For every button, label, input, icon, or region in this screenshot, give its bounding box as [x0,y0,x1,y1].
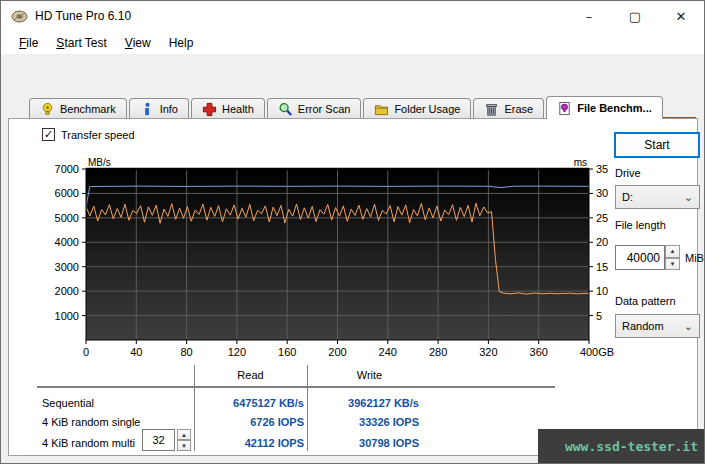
svg-text:5000: 5000 [55,212,79,224]
tab-benchmark[interactable]: Benchmark [29,98,127,119]
tab-label: Folder Usage [394,103,460,115]
random-multi-write-value: 30798 IOPS [309,437,419,449]
start-button[interactable]: Start [614,132,700,158]
checkbox-check-icon: ✓ [42,128,55,141]
tab-info[interactable]: Info [129,98,189,119]
tab-erase[interactable]: Erase [473,98,544,119]
svg-text:2000: 2000 [55,285,79,297]
maximize-button[interactable]: ▢ [612,1,658,31]
tab-label: Benchmark [60,103,116,115]
svg-text:5: 5 [596,310,602,322]
svg-text:0: 0 [83,346,89,358]
menu-bar: File Start Test View Help [1,31,704,55]
trash-icon [484,102,499,117]
tab-label: Erase [504,103,533,115]
file-benchmark-panel: ✓ Transfer speed 04080120160200240280320… [8,118,698,456]
write-column-header: Write [307,369,432,381]
drive-dropdown-value: D: [622,191,633,203]
file-length-input[interactable]: 40000 [615,245,665,270]
svg-text:80: 80 [180,346,192,358]
svg-text:6000: 6000 [55,187,79,199]
svg-text:20: 20 [596,236,608,248]
file-length-label: File length [615,219,666,231]
svg-text:160: 160 [278,346,296,358]
tab-error-scan[interactable]: Error Scan [267,98,362,119]
queue-depth-up-icon[interactable]: ▲ [177,429,191,440]
svg-text:10: 10 [596,285,608,297]
tab-folder-usage[interactable]: Folder Usage [363,98,471,119]
row-label-random-single: 4 KiB random single [42,416,140,428]
magnifier-icon [278,102,293,117]
file-length-up-icon[interactable]: ▲ [665,245,680,258]
svg-text:360: 360 [530,346,548,358]
tab-label: Error Scan [298,103,351,115]
menu-view[interactable]: View [116,33,160,53]
svg-text:320: 320 [479,346,497,358]
data-pattern-value: Random [622,320,664,332]
chevron-down-icon: ⌄ [684,320,693,333]
file-length-unit: MiB [685,252,704,264]
svg-text:240: 240 [379,346,397,358]
menu-file[interactable]: File [10,33,47,53]
svg-text:ms: ms [574,157,587,168]
results-divider [37,386,555,388]
window-title: HD Tune Pro 6.10 [35,9,131,23]
tab-strip: ◃ Benchmark Info [1,96,704,119]
sequential-read-value: 6475127 KB/s [194,397,304,409]
queue-depth-down-icon[interactable]: ▼ [177,440,191,451]
drive-dropdown[interactable]: D: ⌄ [615,185,700,209]
random-single-write-value: 33326 IOPS [309,416,419,428]
watermark: www.ssd-tester.it [538,429,704,463]
tab-label: Info [160,103,178,115]
tab-label: File Benchm... [577,102,652,114]
svg-text:280: 280 [429,346,447,358]
row-label-sequential: Sequential [42,397,94,409]
tab-file-benchmark[interactable]: File Benchm... [546,96,663,119]
health-cross-icon [202,102,217,117]
svg-text:30: 30 [596,187,608,199]
file-benchmark-icon [557,101,572,116]
svg-text:40: 40 [130,346,142,358]
tab-label: Health [222,103,254,115]
menu-help[interactable]: Help [160,33,203,53]
sequential-write-value: 3962127 KB/s [309,397,419,409]
svg-text:200: 200 [328,346,346,358]
info-icon [140,102,155,117]
app-window: HD Tune Pro 6.10 – ▢ ✕ File Start Test V… [0,0,705,464]
queue-depth-spinner[interactable]: 32 ▲ ▼ [142,429,191,451]
svg-text:15: 15 [596,261,608,273]
transfer-speed-checkbox[interactable]: ✓ Transfer speed [42,128,135,141]
read-column-header: Read [194,369,307,381]
data-pattern-dropdown[interactable]: Random ⌄ [615,314,700,338]
svg-text:400GB: 400GB [580,346,614,358]
close-button[interactable]: ✕ [658,1,704,31]
svg-text:1000: 1000 [55,310,79,322]
folder-icon [374,102,389,117]
svg-text:3000: 3000 [55,261,79,273]
queue-depth-value[interactable]: 32 [142,429,175,451]
app-logo-icon [11,8,28,25]
svg-text:25: 25 [596,212,608,224]
svg-text:4000: 4000 [55,236,79,248]
transfer-speed-chart: 04080120160200240280320360400GB100020003… [39,157,619,372]
results-column-divider [307,365,308,451]
menu-start-test[interactable]: Start Test [47,33,115,53]
bulb-icon [40,102,55,117]
drive-label: Drive [615,167,641,179]
data-pattern-label: Data pattern [615,295,676,307]
title-bar: HD Tune Pro 6.10 – ▢ ✕ [1,1,704,31]
minimize-button[interactable]: – [566,1,612,31]
svg-text:MB/s: MB/s [88,157,111,168]
svg-text:7000: 7000 [55,163,79,175]
random-single-read-value: 6726 IOPS [194,416,304,428]
transfer-speed-label: Transfer speed [61,129,135,141]
svg-text:35: 35 [596,163,608,175]
row-label-random-multi: 4 KiB random multi [42,437,135,449]
svg-text:120: 120 [228,346,246,358]
panel-bottom-divider [27,455,542,456]
file-length-down-icon[interactable]: ▼ [665,258,680,271]
toolbar: XG7000-1TB 2280 ⌄ 87°F [1,56,704,96]
chevron-down-icon: ⌄ [684,191,693,204]
tab-health[interactable]: Health [191,98,265,119]
random-multi-read-value: 42112 IOPS [194,437,304,449]
